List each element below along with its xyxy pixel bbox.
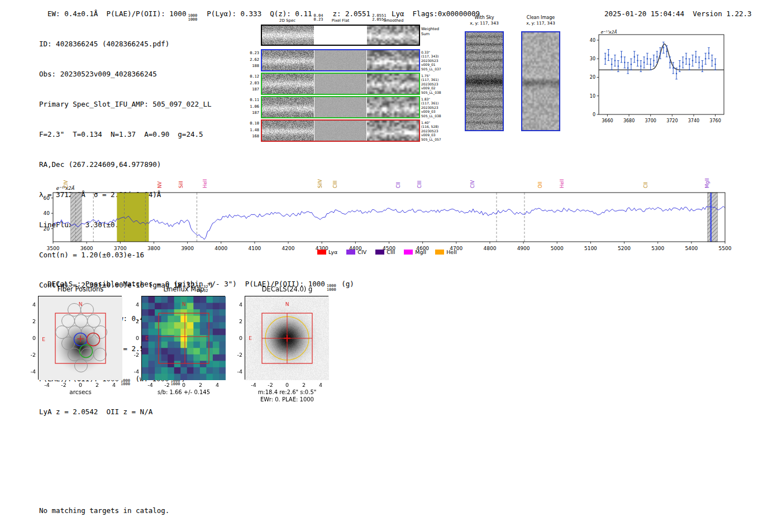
y-tick-label: 2 (25, 318, 36, 324)
data-point (695, 56, 697, 58)
x-tick-label: -4 (248, 382, 259, 388)
main-spectrum-plot: 3500360037003800390040004100420043004400… (34, 161, 732, 261)
spectral-line-label: CIII (417, 181, 422, 188)
data-point (624, 62, 626, 64)
y-tick-label: 4 (231, 301, 242, 308)
row-stats-1: 0.12 2.03 187 (244, 74, 259, 93)
east-label: E (249, 336, 252, 341)
info-frame-stats: F=2.3" T=0.134 N=1.37 A=0.90 g=24.5 (39, 130, 213, 139)
x-tick-label: 3660 (602, 118, 613, 123)
data-point (633, 56, 635, 58)
data-point (617, 65, 619, 67)
spectral-line-label: HeII (202, 179, 208, 188)
twod-column-headers: 2D Spec Pixel Flat Smoothed (261, 18, 420, 23)
x-tick-label: 0 (282, 382, 293, 388)
fiber-circle (56, 326, 69, 339)
x-tick-label: 0 (75, 382, 86, 388)
data-point (669, 62, 671, 64)
data-point (705, 58, 707, 60)
y-tick-label: 20 (44, 226, 50, 232)
east-label: E (145, 336, 149, 341)
legend-label-heii: HeII (446, 249, 457, 255)
smoothed-image (367, 50, 419, 70)
x-tick-label: 3740 (688, 118, 699, 123)
x-tick-label: 3700 (114, 246, 127, 251)
data-point (627, 68, 629, 69)
spec-row-3 (261, 119, 420, 142)
data-point (621, 56, 622, 58)
fiber-circle (68, 304, 81, 317)
x-tick-label: 3900 (181, 246, 194, 251)
y-tick-label: -4 (231, 368, 242, 375)
data-point (679, 65, 681, 67)
data-point (708, 52, 710, 54)
weighted-sum-label: Weighted Sum (421, 27, 448, 36)
x-tick-label: 4 (108, 382, 120, 388)
legend-item-civ: CIV (346, 249, 366, 255)
timestamp: 2025-01-20 15:04:44 (604, 9, 684, 18)
spec-row-1 (261, 73, 420, 95)
version: Version 1.22.3 (693, 9, 751, 18)
x-tick-label: 3500 (47, 246, 60, 251)
header-z: z: 2.0551 (324, 9, 370, 18)
north-label: N (182, 301, 186, 307)
smoothed-image (367, 26, 419, 45)
fiber-positions-title: Fiber Positions (25, 285, 136, 293)
data-point (653, 60, 655, 61)
spectral-line-label: MgII (704, 178, 710, 188)
withsky-panel (465, 31, 504, 131)
legend-label-civ: CIV (357, 249, 366, 255)
legend-label-mgii: MgII (415, 249, 426, 255)
ifu-extent-box (159, 313, 209, 363)
spectral-line-label: SiIV (317, 179, 323, 188)
fiber-circle (94, 326, 107, 339)
east-label: E (42, 337, 45, 342)
spectral-line-label: CII (643, 182, 649, 188)
legend-swatch-ciii (375, 250, 384, 255)
line-fit-plot: 366036803700372037403760010203040e⁻¹⁷x2Å (580, 28, 729, 130)
y-tick-label: -2 (231, 352, 242, 358)
x-tick-label: 5200 (618, 246, 631, 251)
fiber-circle (88, 315, 101, 328)
x-tick-label: 3700 (645, 118, 656, 123)
withsky-xy: x, y: 117, 343 (465, 21, 504, 26)
y-tick-label: 0 (128, 335, 139, 341)
y-tick-label: 0 (25, 335, 36, 341)
decals-cutout-panel: DECaLS(24.0) g N E m:18.4 re:2.6" s:0.5"… (245, 296, 328, 380)
spectral-line-label: SiII (178, 181, 184, 188)
y-tick-label: 30 (590, 56, 595, 61)
x-tick-label: 4900 (517, 246, 530, 251)
fiber-circle (75, 315, 88, 328)
x-tick-label: -4 (145, 382, 156, 388)
info-obs: Obs: 20230523v009_4028366245 (39, 70, 213, 79)
x-tick-label: 4200 (282, 246, 295, 251)
header-ew: EW: 0.4±0.1Å (47, 9, 106, 18)
spectral-line-label: CIV (470, 180, 475, 188)
pixelflat-image (314, 74, 366, 94)
info-primary-spec: Primary Spec_Slot_IFU_AMP: 505_097_022_L… (39, 100, 213, 109)
spec-row-2 (261, 96, 420, 118)
row-meta-3: 1.40" (116, 528) 20230523 v009_03 505_LL… (421, 121, 448, 141)
x-tick-label: 2 (92, 382, 103, 388)
legend-label-ciii: CIII (387, 249, 395, 255)
row-stats-0: 0.23 2.62 188 (244, 50, 259, 70)
data-point (698, 62, 700, 64)
clean-title: Clean Image (521, 15, 560, 21)
legend-item-heii: HeII (435, 249, 457, 255)
lineflux-map-panel: Lineflux Map N E s/b: 1.66 +/- 0.145 -4-… (141, 296, 225, 380)
x-tick-label: 5000 (551, 246, 564, 251)
fiber-circle (81, 304, 94, 317)
x-tick-label: 3680 (623, 118, 635, 123)
y-tick-label: 10 (590, 94, 595, 99)
spec-row-0 (261, 49, 420, 71)
data-point (692, 60, 694, 61)
pixelflat-image (314, 26, 366, 45)
x-tick-label: 5500 (719, 246, 732, 251)
data-point (660, 52, 661, 54)
spectrum-line (53, 206, 725, 239)
x-tick-label: 5300 (651, 246, 664, 251)
x-tick-label: 4100 (248, 246, 261, 251)
clean-xy: x, y: 117, 343 (521, 21, 560, 26)
twod-header-pixelflat: Pixel Flat (314, 18, 367, 23)
data-point (685, 58, 687, 60)
